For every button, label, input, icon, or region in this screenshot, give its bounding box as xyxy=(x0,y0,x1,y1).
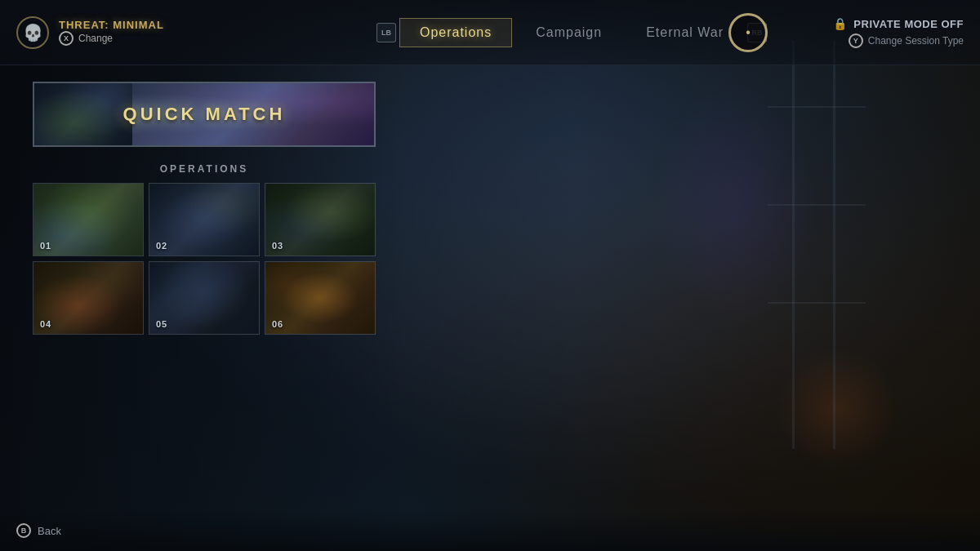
op-card-05[interactable]: 05 xyxy=(149,261,260,335)
header-right: 🔒 PRIVATE MODE OFF Y Change Session Type xyxy=(833,0,964,65)
op-05-number: 05 xyxy=(156,319,167,329)
tab-campaign[interactable]: Campaign xyxy=(515,18,622,47)
threat-change[interactable]: X Change xyxy=(59,31,164,46)
threat-label: THREAT: MINIMAL xyxy=(59,19,164,31)
skull-icon: 💀 xyxy=(16,16,49,49)
private-mode-line: 🔒 PRIVATE MODE OFF xyxy=(833,17,964,30)
main-content: QUICK MATCH OPERATIONS 01 02 03 04 xyxy=(33,65,408,351)
lock-icon: 🔒 xyxy=(833,17,848,30)
op-card-03[interactable]: 03 xyxy=(265,183,376,256)
back-button[interactable]: B Back xyxy=(16,523,61,538)
session-type-btn-y: Y xyxy=(849,33,863,48)
operations-grid: 01 02 03 04 05 06 xyxy=(33,183,376,335)
quick-match-button[interactable]: QUICK MATCH xyxy=(33,82,376,147)
change-btn-x: X xyxy=(59,31,74,46)
op-06-number: 06 xyxy=(272,319,283,329)
op-04-number: 04 xyxy=(40,319,51,329)
back-btn-b: B xyxy=(16,523,31,538)
op-02-number: 02 xyxy=(156,241,167,251)
op-card-06[interactable]: 06 xyxy=(265,261,376,335)
operations-section: OPERATIONS 01 02 03 04 05 xyxy=(33,163,376,335)
session-type-line[interactable]: Y Change Session Type xyxy=(849,33,964,48)
nav-lb-btn[interactable]: LB xyxy=(376,23,396,42)
session-type-text: Change Session Type xyxy=(868,35,964,47)
operations-title: OPERATIONS xyxy=(33,163,376,175)
op-card-01[interactable]: 01 xyxy=(33,183,144,256)
tab-eternal-war[interactable]: Eternal War xyxy=(626,18,744,47)
tower-decoration xyxy=(768,41,915,449)
op-01-number: 01 xyxy=(40,241,51,251)
session-circle xyxy=(728,13,768,52)
private-mode-section: 🔒 PRIVATE MODE OFF Y Change Session Type xyxy=(833,17,964,48)
tab-operations[interactable]: Operations xyxy=(399,18,512,47)
threat-section: 💀 THREAT: MINIMAL X Change xyxy=(16,16,180,49)
back-text: Back xyxy=(38,525,61,537)
op-card-04[interactable]: 04 xyxy=(33,261,144,335)
threat-info: THREAT: MINIMAL X Change xyxy=(59,19,164,46)
header: 💀 THREAT: MINIMAL X Change LB Operations… xyxy=(0,0,980,65)
quick-match-label: QUICK MATCH xyxy=(34,83,374,145)
op-03-number: 03 xyxy=(272,241,283,251)
change-text: Change xyxy=(78,33,113,44)
op-card-02[interactable]: 02 xyxy=(149,183,260,256)
footer: B Back xyxy=(0,510,980,551)
private-mode-label: PRIVATE MODE OFF xyxy=(853,18,964,30)
